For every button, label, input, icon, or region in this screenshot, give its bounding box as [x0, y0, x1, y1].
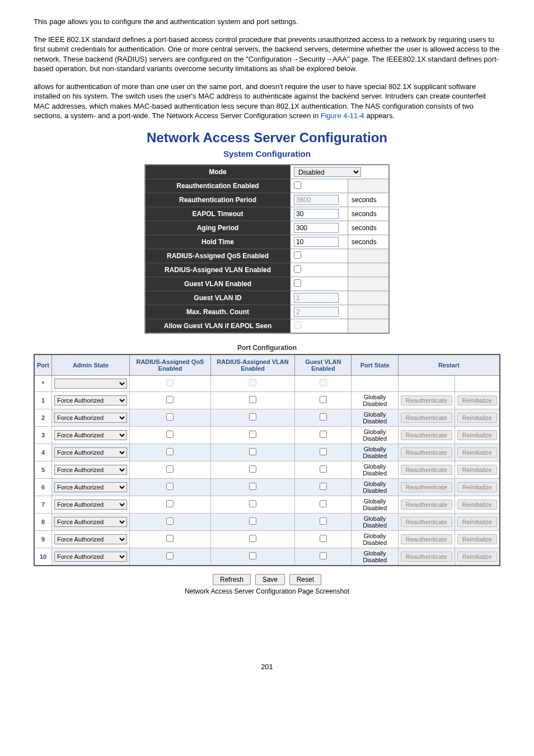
- reauthenticate-button[interactable]: Reauthenticate: [401, 465, 452, 475]
- port-config-table: Port Admin State RADIUS-Assigned QoS Ena…: [34, 354, 500, 566]
- admin-state-select[interactable]: Force Authorized: [54, 430, 127, 440]
- unit-seconds: seconds: [348, 221, 390, 235]
- radius-qos-checkbox-all[interactable]: [166, 379, 174, 386]
- guest-vlan-checkbox[interactable]: [320, 465, 327, 473]
- guest-vlan-checkbox[interactable]: [320, 431, 327, 438]
- reauthenticate-button[interactable]: Reauthenticate: [401, 413, 452, 423]
- page-title: Network Access Server Configuration: [34, 130, 500, 146]
- reinitialize-button[interactable]: Reinitialize: [457, 395, 497, 405]
- port-number: 10: [34, 548, 52, 566]
- admin-state-select[interactable]: Force Authorized: [54, 517, 127, 527]
- admin-state-select[interactable]: Force Authorized: [54, 413, 127, 423]
- guest-vlan-checkbox[interactable]: [320, 535, 327, 542]
- reauthenticate-button[interactable]: Reauthenticate: [401, 395, 452, 405]
- radius-qos-checkbox[interactable]: [166, 500, 174, 507]
- radius-vlan-checkbox[interactable]: [249, 483, 256, 490]
- refresh-button[interactable]: Refresh: [213, 574, 251, 585]
- admin-state-select[interactable]: Force Authorized: [54, 465, 127, 475]
- radius-vlan-checkbox-all[interactable]: [249, 379, 256, 386]
- reauth-enabled-checkbox[interactable]: [294, 181, 301, 189]
- radius-vlan-checkbox[interactable]: [249, 500, 256, 507]
- radius-vlan-checkbox[interactable]: [249, 396, 256, 403]
- guest-vlan-checkbox[interactable]: [320, 483, 327, 490]
- guest-vlan-checkbox-all[interactable]: [320, 379, 327, 386]
- admin-state-select[interactable]: Force Authorized: [54, 534, 127, 544]
- allow-guest-eapol-checkbox[interactable]: [294, 321, 301, 329]
- radius-vlan-checkbox[interactable]: [249, 517, 256, 525]
- radius-qos-checkbox[interactable]: [166, 552, 174, 559]
- max-reauth-input[interactable]: [294, 307, 339, 317]
- reauth-period-input[interactable]: [294, 195, 339, 205]
- port-number: 9: [34, 530, 52, 548]
- reinitialize-button[interactable]: Reinitialize: [457, 552, 497, 562]
- radius-qos-checkbox[interactable]: [166, 448, 174, 455]
- radius-qos-checkbox[interactable]: [166, 535, 174, 542]
- save-button[interactable]: Save: [255, 574, 285, 585]
- reinitialize-button[interactable]: Reinitialize: [457, 465, 497, 475]
- reinitialize-button[interactable]: Reinitialize: [457, 447, 497, 458]
- text: This page allows you to configure the: [34, 17, 156, 26]
- reinitialize-button[interactable]: Reinitialize: [457, 534, 497, 544]
- radius-vlan-checkbox[interactable]: [249, 552, 256, 559]
- port-state: Globally Disabled: [352, 426, 398, 444]
- radius-vlan-checkbox[interactable]: [294, 265, 301, 273]
- blank: [348, 291, 390, 305]
- admin-state-select-all[interactable]: [54, 379, 127, 389]
- reauthenticate-button[interactable]: Reauthenticate: [401, 430, 452, 440]
- figure-link[interactable]: Figure 4-11-4: [321, 111, 364, 120]
- port-state: Globally Disabled: [352, 496, 398, 513]
- reinitialize-button[interactable]: Reinitialize: [457, 517, 497, 527]
- col-port: Port: [34, 354, 52, 376]
- eapol-timeout-input[interactable]: [294, 209, 339, 219]
- reinitialize-button[interactable]: Reinitialize: [457, 500, 497, 510]
- guest-vlan-checkbox[interactable]: [320, 396, 327, 403]
- guest-vlan-id-input[interactable]: [294, 293, 339, 303]
- port-number: 6: [34, 478, 52, 496]
- guest-vlan-checkbox[interactable]: [320, 413, 327, 421]
- guest-vlan-checkbox[interactable]: [320, 517, 327, 525]
- reinitialize-button[interactable]: Reinitialize: [457, 430, 497, 440]
- radius-qos-checkbox[interactable]: [166, 413, 174, 421]
- radius-qos-checkbox[interactable]: [166, 431, 174, 438]
- guest-vlan-checkbox[interactable]: [320, 500, 327, 507]
- port-config-heading: Port Configuration: [34, 344, 500, 352]
- radius-qos-checkbox[interactable]: [166, 517, 174, 525]
- admin-state-select[interactable]: Force Authorized: [54, 552, 127, 562]
- guest-vlan-checkbox[interactable]: [294, 279, 301, 287]
- radius-vlan-checkbox[interactable]: [249, 535, 256, 542]
- radius-vlan-checkbox[interactable]: [249, 448, 256, 455]
- blank: [348, 305, 390, 319]
- reauthenticate-button[interactable]: Reauthenticate: [401, 482, 452, 492]
- reauthenticate-button[interactable]: Reauthenticate: [401, 517, 452, 527]
- reinitialize-button[interactable]: Reinitialize: [457, 413, 497, 423]
- allow-guest-eapol-label: Allow Guest VLAN if EAPOL Seen: [145, 319, 291, 333]
- mode-select[interactable]: Disabled: [294, 167, 361, 177]
- guest-vlan-checkbox[interactable]: [320, 552, 327, 559]
- reset-button[interactable]: Reset: [289, 574, 321, 585]
- radius-vlan-checkbox[interactable]: [249, 465, 256, 473]
- radius-vlan-checkbox[interactable]: [249, 413, 256, 421]
- admin-state-select[interactable]: Force Authorized: [54, 447, 127, 458]
- admin-state-select[interactable]: Force Authorized: [54, 482, 127, 492]
- intro-paragraph-3: allows for authentication of more than o…: [34, 82, 500, 121]
- radius-qos-checkbox[interactable]: [166, 465, 174, 473]
- radius-qos-checkbox[interactable]: [294, 251, 301, 259]
- reauthenticate-button[interactable]: Reauthenticate: [401, 552, 452, 562]
- radius-qos-checkbox[interactable]: [166, 483, 174, 490]
- admin-state-select[interactable]: Force Authorized: [54, 500, 127, 510]
- unit-seconds: seconds: [348, 207, 390, 221]
- admin-state-select[interactable]: Force Authorized: [54, 395, 127, 405]
- radius-qos-checkbox[interactable]: [166, 396, 174, 403]
- reauthenticate-button[interactable]: Reauthenticate: [401, 447, 452, 458]
- reauthenticate-button[interactable]: Reauthenticate: [401, 500, 452, 510]
- reauthenticate-button[interactable]: Reauthenticate: [401, 534, 452, 544]
- reinitialize-button[interactable]: Reinitialize: [457, 482, 497, 492]
- blank: [348, 319, 390, 333]
- guest-vlan-checkbox[interactable]: [320, 448, 327, 455]
- aging-period-input[interactable]: [294, 223, 339, 233]
- col-admin-state: Admin State: [52, 354, 130, 376]
- unit-seconds: seconds: [348, 235, 390, 249]
- hold-time-input[interactable]: [294, 237, 339, 247]
- aging-period-label: Aging Period: [145, 221, 291, 235]
- radius-vlan-checkbox[interactable]: [249, 431, 256, 438]
